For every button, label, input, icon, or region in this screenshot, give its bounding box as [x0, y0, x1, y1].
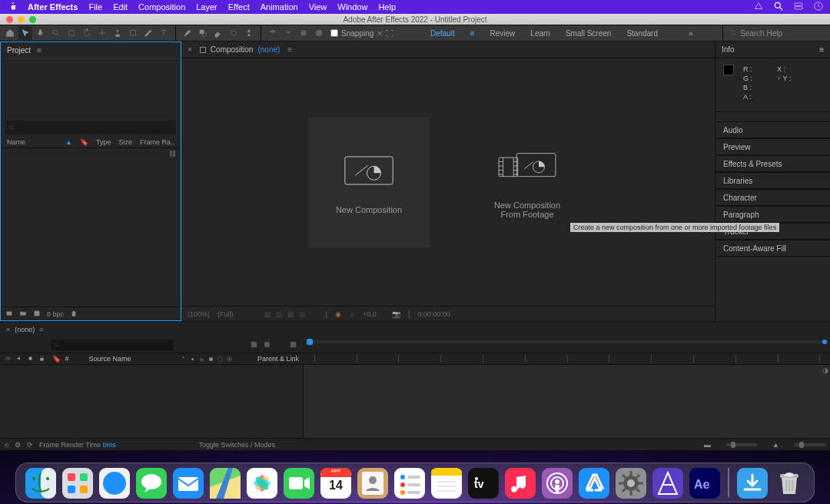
dock-app-facetime[interactable]	[284, 468, 314, 499]
audio-column-icon[interactable]	[16, 355, 23, 362]
dock-app-podcasts[interactable]	[542, 468, 573, 499]
sort-indicator-icon[interactable]: ▲	[65, 138, 72, 146]
lock-column-icon[interactable]	[38, 355, 45, 362]
dock-app-settings[interactable]	[616, 468, 646, 499]
parent-link-column[interactable]: Parent & Link	[257, 355, 299, 363]
dock-app-contacts[interactable]	[357, 468, 388, 499]
hand-tool-icon[interactable]	[34, 26, 48, 40]
orbit-tool-icon[interactable]	[65, 26, 78, 40]
menu-layer[interactable]: Layer	[196, 2, 217, 12]
timeline-layer-list[interactable]	[0, 365, 304, 438]
panel-preview[interactable]: Preview	[715, 138, 830, 155]
menu-animation[interactable]: Animation	[261, 2, 298, 12]
menu-window[interactable]: Window	[337, 2, 367, 12]
search-help-input[interactable]	[740, 29, 817, 38]
clock-icon[interactable]	[813, 1, 824, 13]
new-folder-icon[interactable]	[19, 310, 27, 319]
panel-libraries[interactable]: Libraries	[715, 172, 830, 189]
zoom-in-icon[interactable]: ▲	[772, 441, 779, 449]
solo-column-icon[interactable]	[27, 355, 34, 362]
dock-app-aftereffects[interactable]: Ae	[689, 468, 720, 499]
switch-icon[interactable]	[208, 356, 214, 363]
workspace-review[interactable]: Review	[490, 29, 516, 38]
bpc-toggle[interactable]: 8 bpc	[47, 310, 64, 318]
switch-icon[interactable]	[226, 356, 233, 363]
menu-view[interactable]: View	[309, 2, 327, 12]
toggle-switches-modes[interactable]: Toggle Switches / Modes	[199, 441, 276, 449]
tl-foot-icon[interactable]: ⟳	[27, 441, 33, 449]
dock-app-photos[interactable]	[247, 468, 277, 499]
color-mgmt-icon[interactable]: ◉	[335, 310, 341, 318]
dock-app-music[interactable]	[505, 468, 536, 499]
dock-app-launchpad[interactable]	[62, 468, 93, 499]
rotate-tool-icon[interactable]	[80, 26, 94, 40]
workspace-default[interactable]: Default	[430, 29, 455, 38]
switch-icon[interactable]	[217, 356, 224, 363]
source-name-column[interactable]: Source Name	[89, 355, 131, 363]
close-window-button[interactable]	[6, 16, 13, 23]
pan-behind-tool-icon[interactable]	[95, 26, 109, 40]
control-center-icon[interactable]	[793, 1, 804, 13]
dock-trash[interactable]	[774, 468, 805, 499]
viewer-icon[interactable]: ▦	[264, 310, 271, 318]
type-tool-icon[interactable]	[157, 26, 171, 40]
col-size[interactable]: Size	[118, 138, 132, 146]
dock-app-appletv[interactable]: tv	[468, 468, 499, 499]
workspace-smallscreen[interactable]: Small Screen	[566, 29, 611, 38]
timeline-tracks[interactable]: ◑	[304, 365, 830, 438]
label-column-icon[interactable]: 🔖	[52, 355, 61, 363]
dock-app-notes[interactable]	[431, 468, 462, 499]
panel-menu-icon[interactable]: ≡	[39, 326, 43, 333]
timeline-icon[interactable]	[250, 340, 258, 350]
fullscreen-window-button[interactable]	[29, 16, 36, 23]
project-panel-tab[interactable]: Project ≡	[1, 42, 181, 59]
minimize-window-button[interactable]	[18, 16, 25, 23]
timeline-search[interactable]	[51, 340, 174, 350]
timeline-zoom-slider[interactable]	[726, 443, 757, 446]
delete-icon[interactable]	[70, 310, 78, 319]
timeline-icon[interactable]	[276, 340, 284, 350]
index-column[interactable]: #	[65, 355, 69, 363]
3d-tool-icon-1[interactable]	[266, 26, 280, 40]
dock-app-safari[interactable]	[99, 468, 130, 499]
dock-downloads[interactable]	[737, 468, 768, 499]
resolution-dropdown[interactable]: (Full)	[217, 310, 234, 318]
viewer-icon[interactable]: ▩	[287, 310, 294, 318]
col-type[interactable]: Type	[96, 138, 111, 146]
shape-tool-icon[interactable]	[126, 26, 140, 40]
clone-tool-icon[interactable]	[196, 26, 210, 40]
panel-audio[interactable]: Audio	[715, 121, 830, 138]
switch-icon[interactable]	[189, 356, 196, 363]
dock-app-mail[interactable]	[173, 468, 204, 499]
timeline-work-area-bar[interactable]	[304, 337, 830, 353]
eraser-tool-icon[interactable]	[211, 26, 225, 40]
3d-tool-icon-2[interactable]	[281, 26, 295, 40]
exposure-icon[interactable]: ☼	[349, 310, 355, 318]
project-bin[interactable]: ⛓	[1, 148, 181, 307]
snapping-expand-icon[interactable]: ⛶	[386, 29, 393, 38]
workspace-learn[interactable]: Learn	[530, 29, 550, 38]
timeline-icon[interactable]	[289, 340, 297, 350]
tl-foot-icon[interactable]: ⎋	[5, 441, 8, 449]
exposure-value[interactable]: +0.0	[363, 310, 377, 318]
switch-icon[interactable]	[235, 356, 242, 363]
zoom-dropdown[interactable]: (100%)	[188, 310, 210, 318]
interpret-footage-icon[interactable]	[5, 310, 13, 319]
anchor-tool-icon[interactable]	[111, 26, 124, 40]
menubar-status-icon[interactable]	[753, 1, 764, 13]
panel-content-aware[interactable]: Content-Aware Fill	[715, 240, 830, 257]
timeline-nav-slider[interactable]	[795, 443, 825, 446]
dock-app-messages[interactable]	[136, 468, 167, 499]
app-menu[interactable]: After Effects	[28, 2, 78, 12]
panel-character[interactable]: Character	[715, 189, 830, 206]
close-tab-icon[interactable]: ×	[6, 326, 10, 333]
info-panel-tab[interactable]: Info ≡	[715, 41, 830, 58]
workspace-standard[interactable]: Standard	[626, 29, 658, 38]
timeline-ruler-ticks[interactable]	[304, 353, 830, 364]
switch-icon[interactable]	[180, 356, 187, 363]
workspace-menu-icon[interactable]: ≡	[470, 29, 475, 38]
dock-app-reminders[interactable]	[394, 468, 425, 499]
pen-tool-icon[interactable]	[141, 26, 155, 40]
col-frame[interactable]: Frame Ra..	[140, 138, 174, 146]
panel-effects-presets[interactable]: Effects & Presets	[715, 155, 830, 172]
